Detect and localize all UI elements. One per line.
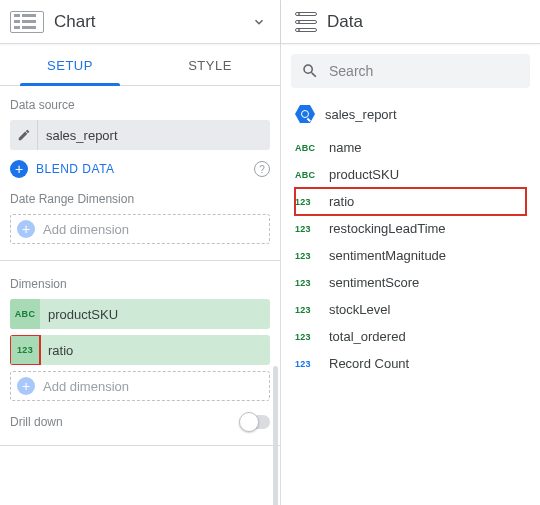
add-dimension-placeholder: Add dimension [43,222,129,237]
field-type-badge: 123 [295,332,317,342]
field-row[interactable]: 123restockingLeadTime [295,215,526,242]
data-source-title: sales_report [325,107,397,122]
search-placeholder: Search [329,63,373,79]
field-label: restockingLeadTime [329,221,446,236]
divider [0,445,280,446]
drill-down-row: Drill down [10,415,270,429]
add-dimension-placeholder: Add dimension [43,379,129,394]
data-header: Data [281,0,540,44]
blend-data-label: BLEND DATA [36,162,246,176]
field-label: name [329,140,362,155]
field-label: sentimentScore [329,275,419,290]
field-label: productSKU [329,167,399,182]
setup-body: Data source sales_report + BLEND DATA ? … [0,86,280,505]
data-source-label: Data source [10,98,270,112]
field-label: sentimentMagnitude [329,248,446,263]
plus-icon: + [17,220,35,238]
data-panel: Data Search sales_report ABCnameABCprodu… [281,0,540,505]
data-title: Data [327,12,526,32]
help-icon[interactable]: ? [254,161,270,177]
chart-title: Chart [54,12,252,32]
field-row[interactable]: 123stockLevel [295,296,526,323]
scrollbar[interactable] [273,366,278,505]
plus-icon: + [10,160,28,178]
plus-icon: + [17,377,35,395]
data-source-header[interactable]: sales_report [281,98,540,134]
field-type-badge: 123 [10,335,40,365]
field-label: total_ordered [329,329,406,344]
field-list: ABCnameABCproductSKU123ratio123restockin… [281,134,540,377]
field-type-badge: 123 [295,305,317,315]
field-type-badge: 123 [295,224,317,234]
tab-setup[interactable]: SETUP [0,44,140,85]
chart-config-panel: Chart SETUP STYLE Data source sales_repo… [0,0,281,505]
field-type-badge: 123 [295,197,317,207]
field-row[interactable]: 123total_ordered [295,323,526,350]
blend-data-row[interactable]: + BLEND DATA ? [10,160,270,178]
dimension-label: Dimension [10,277,270,291]
search-icon [301,62,319,80]
dimension-chip[interactable]: 123 ratio [10,335,270,365]
field-type-badge: ABC [295,170,317,180]
field-type-badge: 123 [295,251,317,261]
date-range-label: Date Range Dimension [10,192,270,206]
data-source-chip[interactable]: sales_report [10,120,270,150]
drill-down-label: Drill down [10,415,63,429]
field-row[interactable]: 123sentimentScore [295,269,526,296]
dimension-chip[interactable]: ABC productSKU [10,299,270,329]
table-chart-icon [10,11,44,33]
add-date-dimension[interactable]: + Add dimension [10,214,270,244]
chart-header[interactable]: Chart [0,0,280,44]
dimension-value: productSKU [40,307,126,322]
tab-style[interactable]: STYLE [140,44,280,85]
config-tabs: SETUP STYLE [0,44,280,86]
pencil-icon [10,120,38,150]
dimension-value: ratio [40,343,81,358]
field-type-badge: ABC [10,299,40,329]
field-row[interactable]: 123ratio [295,188,526,215]
field-label: ratio [329,194,354,209]
bigquery-icon [295,104,315,124]
field-type-badge: 123 [295,359,317,369]
drill-down-toggle[interactable] [240,415,270,429]
divider [0,260,280,261]
database-icon [295,12,317,32]
field-row[interactable]: ABCname [295,134,526,161]
field-label: stockLevel [329,302,390,317]
field-type-badge: 123 [295,278,317,288]
add-dimension[interactable]: + Add dimension [10,371,270,401]
field-type-badge: ABC [295,143,317,153]
field-label: Record Count [329,356,409,371]
field-row[interactable]: 123Record Count [295,350,526,377]
field-row[interactable]: ABCproductSKU [295,161,526,188]
search-input[interactable]: Search [291,54,530,88]
field-row[interactable]: 123sentimentMagnitude [295,242,526,269]
chevron-down-icon [252,15,266,29]
data-source-name: sales_report [38,128,126,143]
